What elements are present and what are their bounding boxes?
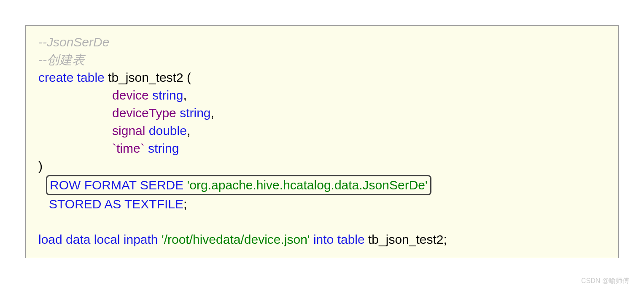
close-paren: )	[38, 159, 43, 173]
field-device: device	[112, 88, 149, 102]
semicolon-2: ;	[444, 232, 447, 246]
code-content: --JsonSerDe --创建表 create table tb_json_t…	[38, 33, 606, 248]
semicolon-1: ;	[183, 197, 187, 211]
keyword-table: table	[77, 70, 105, 84]
field-devicetype: deviceType	[112, 106, 176, 120]
table-name: tb_json_test2 (	[108, 70, 191, 84]
watermark: CSDN @喻师傅	[581, 277, 629, 286]
field-time: `time`	[112, 141, 145, 155]
field-signal: signal	[112, 124, 145, 138]
keyword-stored-as-textfile: STORED AS TEXTFILE	[49, 197, 183, 211]
keyword-load-data: load data local inpath	[38, 232, 158, 246]
type-string-3: string	[148, 141, 179, 155]
comment-line-2: --创建表	[38, 53, 85, 67]
comment-line-1: --JsonSerDe	[38, 35, 109, 49]
keyword-create: create	[38, 70, 73, 84]
type-string-1: string	[152, 88, 183, 102]
code-block: --JsonSerDe --创建表 create table tb_json_t…	[25, 25, 619, 258]
table-name-ref: tb_json_test2	[368, 232, 443, 246]
type-double: double	[149, 124, 187, 138]
type-string-2: string	[180, 106, 210, 120]
keyword-row-format-serde: ROW FORMAT SERDE	[50, 178, 183, 192]
path-string: '/root/hivedata/device.json'	[162, 232, 310, 246]
highlight-box: ROW FORMAT SERDE 'org.apache.hive.hcatal…	[46, 175, 431, 195]
keyword-into-table: into table	[313, 232, 365, 246]
serde-class-string: 'org.apache.hive.hcatalog.data.JsonSerDe…	[187, 178, 428, 192]
